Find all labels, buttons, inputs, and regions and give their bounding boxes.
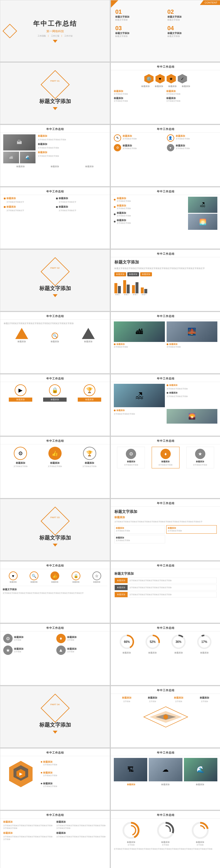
slide-28: 年中工作总结 标题添加 文字添加 <box>111 811 220 868</box>
icon-box-2: 🔒 标题添加 <box>43 384 66 402</box>
boxes-row: ⚙ 标题添加 文字添加文字添加 👍 标题添加 文字添加文字添加 🏆 标题添加 文… <box>3 447 107 468</box>
slide-content: ▶ 标题添加 🔒 标题添加 🏆 标题添加 <box>0 382 110 404</box>
row-1: 标题添加 文字添加文字添加文字添加文字添加文字添加文字添加 <box>114 578 217 584</box>
bar1 <box>132 285 135 293</box>
diamond <box>40 70 70 99</box>
icon-4: 🔒 <box>72 571 80 580</box>
ring-svg-3: 36% <box>170 634 187 650</box>
item: 标题添加 <box>114 409 165 412</box>
icon-item-3: ★ 标题添加 文字添加 <box>3 646 54 655</box>
circle-2: 👍 <box>48 447 62 460</box>
dot-3 <box>56 197 58 199</box>
bar-g2: 标签2 <box>123 279 130 296</box>
tri-2: 🔍 标题添加 <box>51 333 59 343</box>
icon-item-3: 👍 标题添加 <box>51 571 59 584</box>
item-3: ⚙ 标题添加 文字添加文字添加 <box>114 144 165 151</box>
hex-svg: ▶ <box>5 758 37 790</box>
slide-3: PART 01 标题文字添加 <box>0 62 110 124</box>
slide-27: 年中工作总结 标题添加 文字添加文字添加文字添加文字添加文字添加文字添加文字添加… <box>0 811 110 868</box>
label-1: 标题添加 <box>9 398 32 402</box>
slide-content: ⚙ 标题添加 文字添加文字添加 👍 标题添加 文字添加文字添加 🏆 标题添加 文… <box>0 444 110 470</box>
box-1: ⚙ 标题添加 文字添加文字添加 <box>7 447 34 468</box>
icon-1: ✎ <box>114 134 121 142</box>
list-item-1: 标题添加 <box>4 197 54 200</box>
dot-1 <box>4 197 6 199</box>
hex-4: ✓ <box>178 74 187 84</box>
item-num: 01 <box>115 8 164 15</box>
slide-17: PART 03 标题文字添加 <box>0 499 110 561</box>
bottom-item-3: 标题添加 文字添加文字添加 <box>114 535 165 543</box>
slide-content: 🏙 标题添加 文字添加文字添加 🌉 标题添加 文字添加文字添加 <box>111 320 220 350</box>
slide-header: 年中工作总结 <box>111 499 220 507</box>
part-container: PART 02 标题文字添加 <box>39 261 71 300</box>
svg-point-15 <box>163 715 168 719</box>
slide-11: 年中工作总结 标题文字添加文字添加文字添加文字添加文字添加文字添加文字添加文字添… <box>0 312 110 374</box>
icon-2: 🔒 <box>49 384 61 396</box>
slide-header: 年中工作总结 <box>111 187 220 195</box>
photo-label: 标题添加 <box>114 343 165 346</box>
icon-3: ⚙ <box>114 144 121 151</box>
slide-content: ⚙ 标题添加 文字添加文字添加 ♦ 标题添加 文字添加文字添加 ★ 标题添加 文… <box>111 444 220 471</box>
item-1: ✎ 标题添加 文字添加文字添加 <box>114 134 165 142</box>
tri-1: 标题添加 <box>15 328 28 343</box>
svg-point-28 <box>195 826 205 835</box>
part-arrow <box>53 107 57 110</box>
ring-svg-b <box>156 821 175 840</box>
icon-2: 👤 <box>167 134 174 142</box>
icon-item-2: ♦ 标题添加 文字添加 <box>56 634 107 643</box>
slide-header: 年中工作总结 <box>0 811 110 818</box>
row-label-dark: 标题添加 <box>115 585 128 590</box>
list-item-2: 标题添加 <box>4 205 54 209</box>
photo-left: 🏖 <box>114 384 165 407</box>
bar-chart: 标签1 标签2 标签3 <box>114 279 217 296</box>
slide-15: 年中工作总结 ⚙ 标题添加 文字添加文字添加 👍 标题添加 文字添加文字添加 🏆… <box>0 436 110 498</box>
icon-4: ▲ <box>56 646 66 655</box>
slide-header: 年中工作总结 <box>111 125 220 133</box>
slides-grid: 年中工作总结 第一网络科技 工作回顾 | 工作汇报 | 工作计划 CONTENT… <box>0 0 220 868</box>
text-3: 标题添加 文字添加文字添加 <box>122 144 137 150</box>
triangle-shape <box>15 328 28 339</box>
svg-text:36%: 36% <box>176 640 182 644</box>
photo: 🌄 <box>167 409 218 424</box>
arrow-down <box>53 40 57 43</box>
bottom-text: 标题文字添加 文字添加文字添加文字添加文字添加文字添加文字添加文字添加文字添加文… <box>3 586 107 595</box>
arrow <box>53 731 57 734</box>
hex-center <box>114 705 217 728</box>
photo-2: ☁ <box>149 758 182 781</box>
hex-label-3: 标题添加 <box>168 85 176 88</box>
bar-g4: 标签4 <box>141 279 147 296</box>
part-num: PART 03 <box>51 516 60 519</box>
ring-3: 标题添加 文字添加 <box>191 821 210 846</box>
row-inner: 标题添加 文字添加文字添加文字添加文字添加文字添加文字添加 <box>115 592 217 597</box>
bottom-item-2: 标题添加 文字添加文字添加 <box>166 525 217 534</box>
nav-tag-3: 工作计划 <box>64 35 73 37</box>
photos-row: 🏗 ☁ 🌊 <box>114 758 217 781</box>
icon-3: ★ <box>3 646 12 655</box>
items-grid: 01 标题文字添加 标题文字添加 02 标题文字添加 标题文字添加 03 标题文… <box>115 8 216 38</box>
item: 标题添加 <box>167 392 218 394</box>
text-1: 标题添加 文字添加 <box>14 636 24 642</box>
text-col: 标题添加 文字添加文字添加 标题添加 文字添加文字添加 标题添加 <box>41 758 107 790</box>
slide-22: 年中工作总结 66% 标题添加 52% 标 <box>111 624 220 685</box>
slide-1: 年中工作总结 第一网络科技 工作回顾 | 工作汇报 | 工作计划 <box>0 0 110 62</box>
part-text: PART 04 <box>51 703 60 706</box>
label-2: 标题添加 <box>43 398 66 402</box>
arrow <box>53 544 57 547</box>
nav-sep-1: | <box>48 35 49 37</box>
slide-header: 年中工作总结 <box>111 63 220 70</box>
dot <box>114 206 116 208</box>
photo-top: 🏔 <box>3 134 35 151</box>
desc: 文字添加文字添加文字添加文字添加文字添加文字添加文字添加文字添加文字添加文字添加… <box>114 521 217 523</box>
label-3: 标题添加 <box>78 398 101 402</box>
slide-header: 年中工作总结 <box>111 811 220 818</box>
list-col-1: 标题添加 文字添加文字添加文字 标题添加 文字添加文字添加文字 <box>4 197 54 212</box>
slide-24: 年中工作总结 标题添加 文字添加 标题添加 文字添加 标题添加 文字添加 标题添… <box>111 686 220 748</box>
photo-2: 🌅 <box>188 214 217 230</box>
row-label-orange2: 标题添加 <box>115 592 128 597</box>
icons-row: ♥ 标题添加 🔍 标题添加 👍 标题添加 🔒 标题添加 ☆ 标题添加 <box>3 571 107 584</box>
label-3: 标题添加 <box>85 165 93 168</box>
pct-2: 52% 标题添加 <box>145 634 161 654</box>
svg-point-25 <box>161 826 170 835</box>
pct-row: 66% 标题添加 52% 标题添加 36% <box>114 634 217 654</box>
slide-5: 年中工作总结 🏔 🏙 🌊 标题添加 文字添加文字添加文字添加文字添加 标题添加 … <box>0 125 110 186</box>
